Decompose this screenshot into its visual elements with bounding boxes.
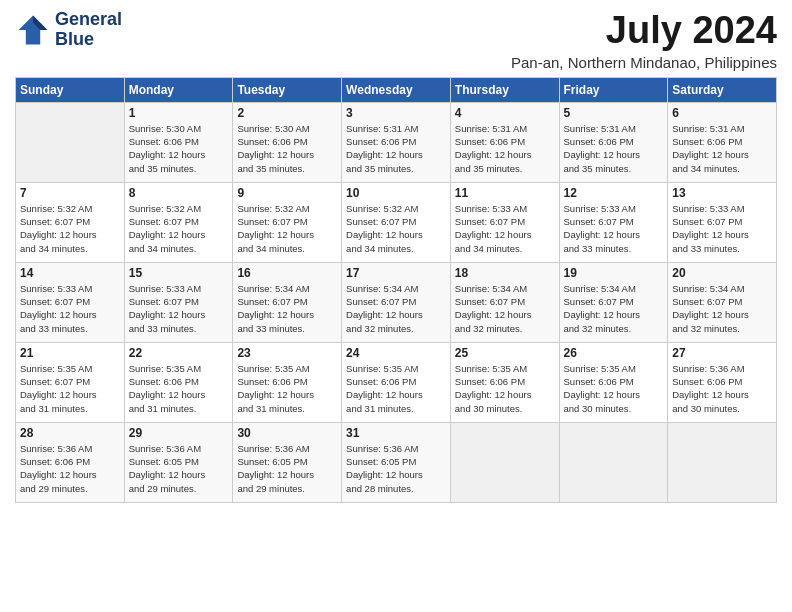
calendar-cell: 15Sunrise: 5:33 AM Sunset: 6:07 PM Dayli… — [124, 262, 233, 342]
day-number: 10 — [346, 186, 446, 200]
calendar-cell: 16Sunrise: 5:34 AM Sunset: 6:07 PM Dayli… — [233, 262, 342, 342]
day-number: 1 — [129, 106, 229, 120]
day-number: 8 — [129, 186, 229, 200]
cell-sun-info: Sunrise: 5:33 AM Sunset: 6:07 PM Dayligh… — [455, 202, 555, 255]
calendar-cell: 8Sunrise: 5:32 AM Sunset: 6:07 PM Daylig… — [124, 182, 233, 262]
cell-sun-info: Sunrise: 5:35 AM Sunset: 6:06 PM Dayligh… — [564, 362, 664, 415]
calendar-cell — [668, 422, 777, 502]
calendar-cell: 22Sunrise: 5:35 AM Sunset: 6:06 PM Dayli… — [124, 342, 233, 422]
day-number: 28 — [20, 426, 120, 440]
calendar-cell — [559, 422, 668, 502]
cell-sun-info: Sunrise: 5:35 AM Sunset: 6:06 PM Dayligh… — [346, 362, 446, 415]
calendar-cell: 18Sunrise: 5:34 AM Sunset: 6:07 PM Dayli… — [450, 262, 559, 342]
cell-sun-info: Sunrise: 5:33 AM Sunset: 6:07 PM Dayligh… — [564, 202, 664, 255]
day-number: 3 — [346, 106, 446, 120]
cell-sun-info: Sunrise: 5:36 AM Sunset: 6:05 PM Dayligh… — [346, 442, 446, 495]
week-row-1: 1Sunrise: 5:30 AM Sunset: 6:06 PM Daylig… — [16, 102, 777, 182]
cell-sun-info: Sunrise: 5:33 AM Sunset: 6:07 PM Dayligh… — [672, 202, 772, 255]
logo-icon — [15, 12, 51, 48]
logo: General Blue — [15, 10, 122, 50]
calendar-cell: 14Sunrise: 5:33 AM Sunset: 6:07 PM Dayli… — [16, 262, 125, 342]
cell-sun-info: Sunrise: 5:34 AM Sunset: 6:07 PM Dayligh… — [564, 282, 664, 335]
calendar-cell: 24Sunrise: 5:35 AM Sunset: 6:06 PM Dayli… — [342, 342, 451, 422]
day-number: 26 — [564, 346, 664, 360]
day-number: 12 — [564, 186, 664, 200]
calendar-cell: 1Sunrise: 5:30 AM Sunset: 6:06 PM Daylig… — [124, 102, 233, 182]
cell-sun-info: Sunrise: 5:30 AM Sunset: 6:06 PM Dayligh… — [237, 122, 337, 175]
calendar-cell: 9Sunrise: 5:32 AM Sunset: 6:07 PM Daylig… — [233, 182, 342, 262]
calendar-cell: 10Sunrise: 5:32 AM Sunset: 6:07 PM Dayli… — [342, 182, 451, 262]
calendar-cell — [16, 102, 125, 182]
day-number: 22 — [129, 346, 229, 360]
cell-sun-info: Sunrise: 5:32 AM Sunset: 6:07 PM Dayligh… — [129, 202, 229, 255]
cell-sun-info: Sunrise: 5:31 AM Sunset: 6:06 PM Dayligh… — [672, 122, 772, 175]
day-number: 29 — [129, 426, 229, 440]
week-row-4: 21Sunrise: 5:35 AM Sunset: 6:07 PM Dayli… — [16, 342, 777, 422]
day-number: 18 — [455, 266, 555, 280]
month-title: July 2024 — [511, 10, 777, 52]
day-number: 27 — [672, 346, 772, 360]
cell-sun-info: Sunrise: 5:34 AM Sunset: 6:07 PM Dayligh… — [346, 282, 446, 335]
day-number: 23 — [237, 346, 337, 360]
calendar-cell: 25Sunrise: 5:35 AM Sunset: 6:06 PM Dayli… — [450, 342, 559, 422]
day-number: 7 — [20, 186, 120, 200]
cell-sun-info: Sunrise: 5:34 AM Sunset: 6:07 PM Dayligh… — [455, 282, 555, 335]
cell-sun-info: Sunrise: 5:36 AM Sunset: 6:06 PM Dayligh… — [672, 362, 772, 415]
cell-sun-info: Sunrise: 5:34 AM Sunset: 6:07 PM Dayligh… — [237, 282, 337, 335]
cell-sun-info: Sunrise: 5:36 AM Sunset: 6:06 PM Dayligh… — [20, 442, 120, 495]
calendar-cell: 4Sunrise: 5:31 AM Sunset: 6:06 PM Daylig… — [450, 102, 559, 182]
week-row-3: 14Sunrise: 5:33 AM Sunset: 6:07 PM Dayli… — [16, 262, 777, 342]
day-number: 17 — [346, 266, 446, 280]
cell-sun-info: Sunrise: 5:35 AM Sunset: 6:06 PM Dayligh… — [455, 362, 555, 415]
calendar-cell: 2Sunrise: 5:30 AM Sunset: 6:06 PM Daylig… — [233, 102, 342, 182]
cell-sun-info: Sunrise: 5:32 AM Sunset: 6:07 PM Dayligh… — [237, 202, 337, 255]
calendar-table: SundayMondayTuesdayWednesdayThursdayFrid… — [15, 77, 777, 503]
title-block: July 2024 Pan-an, Northern Mindanao, Phi… — [511, 10, 777, 71]
cell-sun-info: Sunrise: 5:32 AM Sunset: 6:07 PM Dayligh… — [20, 202, 120, 255]
day-number: 31 — [346, 426, 446, 440]
day-number: 30 — [237, 426, 337, 440]
calendar-cell: 11Sunrise: 5:33 AM Sunset: 6:07 PM Dayli… — [450, 182, 559, 262]
calendar-cell: 23Sunrise: 5:35 AM Sunset: 6:06 PM Dayli… — [233, 342, 342, 422]
cell-sun-info: Sunrise: 5:31 AM Sunset: 6:06 PM Dayligh… — [455, 122, 555, 175]
calendar-cell: 28Sunrise: 5:36 AM Sunset: 6:06 PM Dayli… — [16, 422, 125, 502]
cell-sun-info: Sunrise: 5:31 AM Sunset: 6:06 PM Dayligh… — [346, 122, 446, 175]
calendar-cell: 20Sunrise: 5:34 AM Sunset: 6:07 PM Dayli… — [668, 262, 777, 342]
cell-sun-info: Sunrise: 5:34 AM Sunset: 6:07 PM Dayligh… — [672, 282, 772, 335]
day-number: 13 — [672, 186, 772, 200]
header-day-thursday: Thursday — [450, 77, 559, 102]
header-day-tuesday: Tuesday — [233, 77, 342, 102]
day-number: 21 — [20, 346, 120, 360]
calendar-cell: 5Sunrise: 5:31 AM Sunset: 6:06 PM Daylig… — [559, 102, 668, 182]
week-row-2: 7Sunrise: 5:32 AM Sunset: 6:07 PM Daylig… — [16, 182, 777, 262]
day-number: 11 — [455, 186, 555, 200]
cell-sun-info: Sunrise: 5:33 AM Sunset: 6:07 PM Dayligh… — [129, 282, 229, 335]
cell-sun-info: Sunrise: 5:35 AM Sunset: 6:07 PM Dayligh… — [20, 362, 120, 415]
calendar-cell: 27Sunrise: 5:36 AM Sunset: 6:06 PM Dayli… — [668, 342, 777, 422]
cell-sun-info: Sunrise: 5:32 AM Sunset: 6:07 PM Dayligh… — [346, 202, 446, 255]
week-row-5: 28Sunrise: 5:36 AM Sunset: 6:06 PM Dayli… — [16, 422, 777, 502]
day-number: 14 — [20, 266, 120, 280]
cell-sun-info: Sunrise: 5:35 AM Sunset: 6:06 PM Dayligh… — [129, 362, 229, 415]
calendar-cell: 19Sunrise: 5:34 AM Sunset: 6:07 PM Dayli… — [559, 262, 668, 342]
day-number: 19 — [564, 266, 664, 280]
header-day-friday: Friday — [559, 77, 668, 102]
calendar-cell: 12Sunrise: 5:33 AM Sunset: 6:07 PM Dayli… — [559, 182, 668, 262]
calendar-cell: 6Sunrise: 5:31 AM Sunset: 6:06 PM Daylig… — [668, 102, 777, 182]
calendar-cell: 13Sunrise: 5:33 AM Sunset: 6:07 PM Dayli… — [668, 182, 777, 262]
cell-sun-info: Sunrise: 5:35 AM Sunset: 6:06 PM Dayligh… — [237, 362, 337, 415]
day-number: 9 — [237, 186, 337, 200]
day-number: 2 — [237, 106, 337, 120]
day-number: 6 — [672, 106, 772, 120]
calendar-cell: 3Sunrise: 5:31 AM Sunset: 6:06 PM Daylig… — [342, 102, 451, 182]
calendar-cell: 31Sunrise: 5:36 AM Sunset: 6:05 PM Dayli… — [342, 422, 451, 502]
calendar-cell: 29Sunrise: 5:36 AM Sunset: 6:05 PM Dayli… — [124, 422, 233, 502]
header-day-sunday: Sunday — [16, 77, 125, 102]
calendar-cell: 17Sunrise: 5:34 AM Sunset: 6:07 PM Dayli… — [342, 262, 451, 342]
header-day-saturday: Saturday — [668, 77, 777, 102]
day-number: 5 — [564, 106, 664, 120]
calendar-cell: 26Sunrise: 5:35 AM Sunset: 6:06 PM Dayli… — [559, 342, 668, 422]
cell-sun-info: Sunrise: 5:31 AM Sunset: 6:06 PM Dayligh… — [564, 122, 664, 175]
page-header: General Blue July 2024 Pan-an, Northern … — [15, 10, 777, 71]
cell-sun-info: Sunrise: 5:30 AM Sunset: 6:06 PM Dayligh… — [129, 122, 229, 175]
